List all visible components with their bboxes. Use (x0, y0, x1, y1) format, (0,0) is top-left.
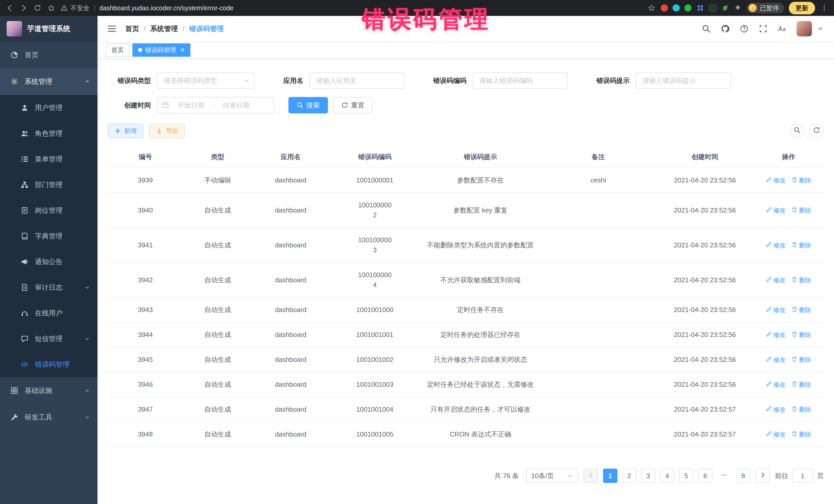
avatar-caret-icon[interactable] (817, 26, 824, 32)
pager-more-button[interactable] (717, 468, 731, 483)
start-date-input[interactable] (171, 101, 211, 109)
sidebar-item-菜单管理[interactable]: 菜单管理 (0, 146, 97, 172)
edit-link[interactable]: 修改 (766, 380, 786, 389)
edit-label: 修改 (773, 330, 786, 339)
address-bar[interactable]: 不安全 | dashboard.yudao.iocoder.cn/system/… (61, 3, 642, 13)
edit-link[interactable]: 修改 (766, 405, 786, 414)
pager-page-8[interactable]: 8 (736, 468, 750, 483)
extension-icon[interactable] (696, 4, 704, 12)
delete-link[interactable]: 删除 (792, 330, 811, 339)
delete-label: 删除 (799, 206, 811, 215)
date-range-picker[interactable]: - (157, 97, 274, 113)
sidebar-item-通知公告[interactable]: 通知公告 (0, 249, 97, 275)
sidebar-item-研发工具[interactable]: 研发工具 (0, 404, 97, 431)
pager-next-button[interactable] (755, 468, 770, 483)
home-icon[interactable] (47, 3, 56, 13)
audit-icon (21, 283, 29, 291)
bookmark-star-icon[interactable] (647, 3, 656, 13)
tab-错误码管理[interactable]: 错误码管理✕ (132, 43, 191, 57)
error-type-select[interactable] (157, 72, 255, 89)
reset-button[interactable]: 重置 (333, 97, 373, 113)
browser-update-button[interactable]: 更新 (789, 2, 815, 14)
pager-page-5[interactable]: 5 (679, 468, 694, 483)
cell-actions: 修改删除 (754, 422, 824, 447)
delete-link[interactable]: 删除 (792, 355, 811, 365)
pager-page-3[interactable]: 3 (641, 468, 655, 483)
app-name-input[interactable] (309, 72, 404, 89)
edit-link[interactable]: 修改 (766, 430, 786, 439)
breadcrumb-home[interactable]: 首页 (125, 24, 150, 34)
delete-link[interactable]: 删除 (792, 405, 811, 414)
edit-link[interactable]: 修改 (766, 305, 786, 314)
hamburger-icon[interactable] (107, 24, 117, 34)
edit-link[interactable]: 修改 (766, 176, 786, 185)
toggle-search-button[interactable] (790, 124, 804, 138)
edit-link[interactable]: 修改 (766, 276, 786, 285)
user-avatar[interactable] (796, 21, 812, 37)
pager-page-2[interactable]: 2 (622, 468, 636, 483)
security-warning[interactable]: 不安全 (61, 3, 90, 13)
export-button[interactable]: 导出 (149, 124, 185, 138)
sidebar-item-角色管理[interactable]: 角色管理 (0, 120, 97, 146)
sidebar-item-基础设施[interactable]: 基础设施 (0, 377, 97, 404)
sidebar-item-错误码管理[interactable]: 错误码管理 (0, 352, 97, 377)
extension-icon[interactable] (684, 4, 692, 12)
help-icon[interactable] (740, 24, 749, 34)
cell-id: 3941 (108, 227, 183, 263)
delete-link[interactable]: 删除 (792, 305, 811, 314)
fullscreen-icon[interactable] (759, 24, 768, 34)
cell-remark (540, 322, 656, 347)
github-icon[interactable] (721, 24, 730, 34)
refresh-table-button[interactable] (809, 124, 824, 138)
edit-link[interactable]: 修改 (766, 355, 786, 365)
end-date-input[interactable] (217, 101, 256, 109)
profile-chip[interactable]: 已暂停 (746, 3, 784, 13)
goto-page-input[interactable] (792, 468, 813, 483)
delete-link[interactable]: 删除 (792, 430, 811, 439)
edit-link[interactable]: 修改 (766, 330, 786, 339)
extension-icon[interactable] (661, 4, 668, 12)
error-type-select-input[interactable] (157, 72, 255, 89)
delete-link[interactable]: 删除 (792, 276, 811, 285)
font-size-icon[interactable] (777, 24, 787, 34)
back-icon[interactable] (5, 3, 14, 13)
extension-icon[interactable] (709, 4, 716, 12)
delete-link[interactable]: 删除 (792, 380, 811, 389)
search-button[interactable]: 搜索 (288, 97, 328, 113)
forward-icon[interactable] (19, 3, 28, 13)
sidebar-item-部门管理[interactable]: 部门管理 (0, 172, 97, 198)
pager-page-6[interactable]: 6 (698, 468, 712, 483)
extension-icon[interactable] (721, 4, 729, 12)
pager-prev-button[interactable] (584, 468, 598, 483)
sidebar-item-短信管理[interactable]: 短信管理 (0, 326, 97, 352)
pager-page-4[interactable]: 4 (660, 468, 674, 483)
delete-link[interactable]: 删除 (792, 176, 811, 185)
edit-link[interactable]: 修改 (766, 241, 786, 250)
close-tab-icon[interactable]: ✕ (180, 47, 185, 53)
extensions-puzzle-icon[interactable] (734, 4, 742, 12)
sidebar-item-用户管理[interactable]: 用户管理 (0, 95, 97, 120)
tab-首页[interactable]: 首页 (106, 43, 129, 57)
add-button[interactable]: 新增 (108, 124, 143, 138)
error-code-input[interactable] (473, 72, 568, 89)
sidebar-item-审计日志[interactable]: 审计日志 (0, 275, 97, 300)
breadcrumb-system[interactable]: 系统管理 (150, 24, 190, 34)
search-icon[interactable] (702, 24, 711, 34)
sidebar-item-首页[interactable]: 首页 (0, 42, 97, 68)
pager-page-1[interactable]: 1 (603, 468, 617, 483)
delete-link[interactable]: 删除 (792, 241, 811, 250)
extension-icon[interactable] (673, 4, 680, 12)
sidebar-item-岗位管理[interactable]: 岗位管理 (0, 198, 97, 223)
error-hint-input[interactable] (636, 72, 731, 89)
cell-hint: CRON 表达式不正确 (421, 422, 540, 447)
errcode-icon (21, 360, 29, 369)
sidebar-item-在线用户[interactable]: 在线用户 (0, 300, 97, 326)
delete-link[interactable]: 删除 (792, 206, 811, 215)
sidebar-item-字典管理[interactable]: 字典管理 (0, 223, 97, 249)
sidebar-item-系统管理[interactable]: 系统管理 (0, 68, 97, 95)
browser-menu-icon[interactable] (820, 3, 829, 13)
reload-icon[interactable] (33, 3, 42, 13)
page-size-select[interactable]: 10条/页 (526, 468, 578, 483)
sidebar-logo[interactable]: 芋道管理系统 (0, 16, 97, 42)
edit-link[interactable]: 修改 (766, 206, 786, 215)
